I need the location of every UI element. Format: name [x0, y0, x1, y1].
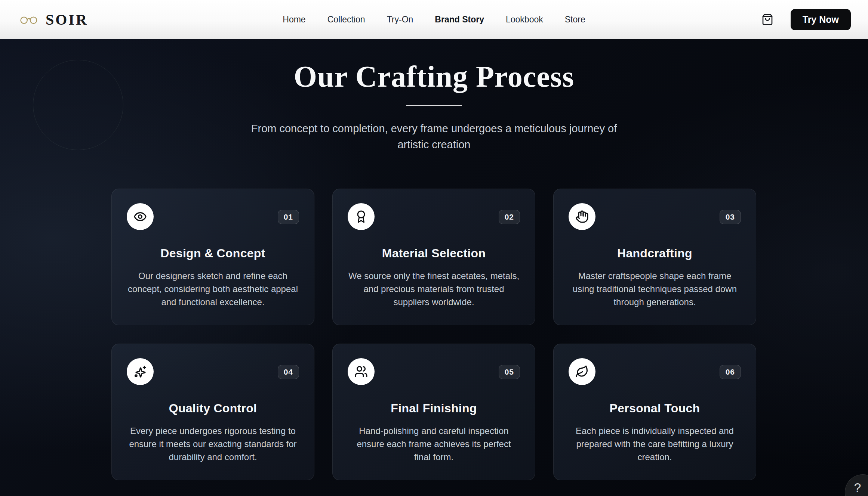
- card-top-row: 03: [569, 203, 741, 230]
- nav-item-home[interactable]: Home: [283, 15, 305, 25]
- main-nav: Home Collection Try-On Brand Story Lookb…: [283, 15, 585, 25]
- card-title: Personal Touch: [569, 402, 741, 415]
- site-header: SOIR Home Collection Try-On Brand Story …: [0, 0, 868, 39]
- card-title: Final Finishing: [348, 402, 520, 415]
- shopping-bag-icon[interactable]: [761, 13, 773, 25]
- nav-item-lookbook[interactable]: Lookbook: [506, 15, 543, 25]
- process-card-material-selection: 02 Material Selection We source only the…: [332, 189, 535, 325]
- card-title: Material Selection: [348, 247, 520, 260]
- card-icon-badge: [127, 358, 154, 385]
- brand-name: SOIR: [46, 11, 88, 28]
- card-icon-badge: [569, 203, 595, 230]
- award-icon: [354, 210, 368, 223]
- process-cards-grid: 01 Design & Concept Our designers sketch…: [111, 189, 757, 480]
- card-description: Master craftspeople shape each frame usi…: [569, 269, 741, 309]
- crafting-process-section: Our Crafting Process From concept to com…: [0, 39, 868, 480]
- card-top-row: 05: [348, 358, 520, 385]
- nav-item-collection[interactable]: Collection: [327, 15, 365, 25]
- step-number-badge: 02: [499, 210, 520, 224]
- card-description: Hand-polishing and careful inspection en…: [348, 424, 520, 464]
- card-icon-badge: [127, 203, 154, 230]
- nav-item-try-on[interactable]: Try-On: [387, 15, 413, 25]
- card-icon-badge: [569, 358, 595, 385]
- nav-item-brand-story[interactable]: Brand Story: [435, 15, 484, 25]
- glasses-icon: [19, 14, 39, 25]
- card-title: Design & Concept: [127, 247, 299, 260]
- card-icon-badge: [348, 203, 375, 230]
- card-top-row: 04: [127, 358, 299, 385]
- process-card-quality-control: 04 Quality Control Every piece undergoes…: [111, 344, 314, 480]
- card-top-row: 01: [127, 203, 299, 230]
- process-card-personal-touch: 06 Personal Touch Each piece is individu…: [553, 344, 756, 480]
- step-number-badge: 01: [278, 210, 299, 224]
- card-description: We source only the finest acetates, meta…: [348, 269, 520, 309]
- card-title: Handcrafting: [569, 247, 741, 260]
- step-number-badge: 03: [720, 210, 741, 224]
- card-title: Quality Control: [127, 402, 299, 415]
- title-divider: [406, 105, 462, 106]
- step-number-badge: 04: [278, 365, 299, 379]
- card-top-row: 06: [569, 358, 741, 385]
- step-number-badge: 06: [720, 365, 741, 379]
- process-card-design-concept: 01 Design & Concept Our designers sketch…: [111, 189, 314, 325]
- card-description: Our designers sketch and refine each con…: [127, 269, 299, 309]
- brand-logo[interactable]: SOIR: [19, 11, 88, 28]
- nav-item-store[interactable]: Store: [565, 15, 585, 25]
- header-actions: Try Now: [761, 9, 851, 30]
- eye-icon: [133, 210, 147, 223]
- hand-icon: [575, 210, 589, 223]
- try-now-button[interactable]: Try Now: [791, 9, 851, 30]
- process-card-final-finishing: 05 Final Finishing Hand-polishing and ca…: [332, 344, 535, 480]
- card-icon-badge: [348, 358, 375, 385]
- card-description: Every piece undergoes rigorous testing t…: [127, 424, 299, 464]
- card-description: Each piece is individually inspected and…: [569, 424, 741, 464]
- sparkles-icon: [133, 365, 147, 378]
- card-top-row: 02: [348, 203, 520, 230]
- step-number-badge: 05: [499, 365, 520, 379]
- leaf-icon: [575, 365, 589, 378]
- process-card-handcrafting: 03 Handcrafting Master craftspeople shap…: [553, 189, 756, 325]
- users-icon: [354, 365, 368, 378]
- page-title: Our Crafting Process: [0, 60, 868, 94]
- page-subtitle: From concept to completion, every frame …: [236, 121, 632, 153]
